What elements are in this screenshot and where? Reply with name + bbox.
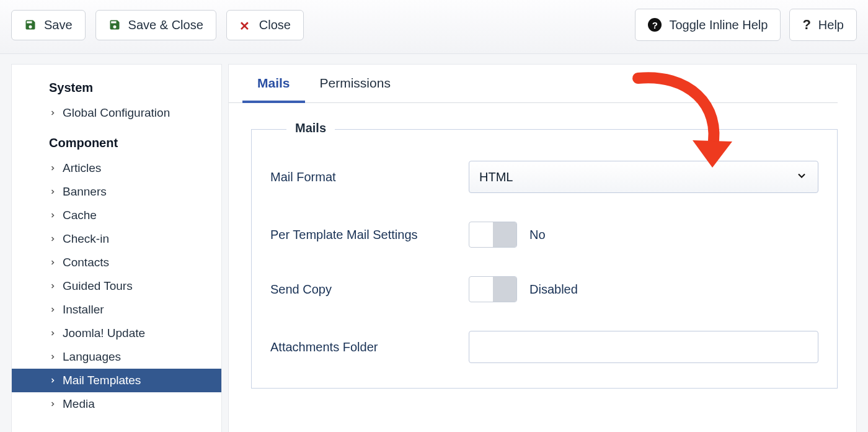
sidebar-item-cache[interactable]: Cache [12, 204, 221, 227]
main-panel: MailsPermissions Mails Mail Format HTML … [228, 64, 857, 432]
sidebar-item-guided-tours[interactable]: Guided Tours [12, 274, 221, 298]
attachments-label: Attachments Folder [270, 340, 469, 354]
chevron-right-icon [49, 397, 58, 411]
send-copy-label: Send Copy [270, 282, 469, 297]
per-template-label: Per Template Mail Settings [270, 228, 469, 242]
tab-permissions[interactable]: Permissions [305, 65, 405, 102]
chevron-right-icon [49, 256, 58, 269]
sidebar: System Global Configuration Component Ar… [11, 64, 222, 432]
send-copy-value: Disabled [529, 282, 578, 297]
sidebar-group-component: Component [49, 136, 221, 150]
chevron-right-icon [49, 350, 58, 364]
mail-format-select[interactable]: HTML [469, 161, 818, 193]
sidebar-item-label: Cache [63, 209, 97, 222]
sidebar-item-mail-templates[interactable]: Mail Templates [12, 369, 221, 392]
mail-format-label: Mail Format [270, 170, 469, 184]
chevron-right-icon [49, 106, 58, 120]
fieldset-legend: Mails [286, 121, 335, 135]
sidebar-item-languages[interactable]: Languages [12, 345, 221, 369]
chevron-right-icon [49, 279, 58, 293]
sidebar-item-label: Joomla! Update [63, 326, 145, 340]
sidebar-item-global-configuration[interactable]: Global Configuration [12, 101, 221, 125]
save-icon [24, 19, 37, 31]
sidebar-item-check-in[interactable]: Check-in [12, 227, 221, 251]
per-template-value: No [529, 228, 546, 242]
chevron-right-icon [49, 232, 58, 246]
sidebar-item-label: Articles [63, 161, 101, 175]
save-close-button[interactable]: Save & Close [95, 10, 216, 40]
sidebar-item-label: Check-in [63, 232, 109, 246]
sidebar-item-label: Guided Tours [63, 279, 133, 293]
attachments-input[interactable] [469, 331, 818, 363]
sidebar-item-label: Banners [63, 185, 107, 199]
chevron-down-icon [795, 169, 808, 185]
chevron-right-icon [49, 209, 58, 222]
save-label: Save [44, 18, 73, 32]
sidebar-item-articles[interactable]: Articles [12, 156, 221, 180]
save-button[interactable]: Save [11, 10, 86, 40]
chevron-right-icon [49, 326, 58, 340]
sidebar-item-joomla-update[interactable]: Joomla! Update [12, 322, 221, 345]
mail-format-value: HTML [479, 170, 513, 184]
sidebar-item-media[interactable]: Media [12, 392, 221, 416]
tab-mails[interactable]: Mails [242, 65, 305, 103]
help-circle-icon: ? [648, 18, 662, 32]
toggle-inline-help-button[interactable]: ? Toggle Inline Help [635, 9, 781, 41]
sidebar-item-label: Installer [63, 303, 104, 317]
close-label: Close [259, 18, 291, 32]
sidebar-item-label: Mail Templates [63, 374, 141, 387]
sidebar-item-label: Media [63, 397, 95, 411]
per-template-toggle[interactable] [469, 222, 517, 248]
sidebar-item-label: Languages [63, 350, 121, 364]
sidebar-item-banners[interactable]: Banners [12, 180, 221, 204]
tabset: MailsPermissions [229, 65, 838, 103]
chevron-right-icon [49, 374, 58, 387]
fieldset-mails: Mails Mail Format HTML Per Template Mail… [251, 129, 838, 389]
help-button[interactable]: ? Help [789, 9, 857, 41]
close-icon: ✕ [239, 19, 252, 31]
help-label: Help [818, 18, 844, 32]
chevron-right-icon [49, 303, 58, 317]
sidebar-group-system: System [49, 81, 221, 95]
question-icon: ? [802, 17, 810, 33]
sidebar-item-label: Contacts [63, 256, 109, 269]
sidebar-item-label: Global Configuration [63, 106, 170, 120]
close-button[interactable]: ✕ Close [226, 10, 304, 40]
chevron-right-icon [49, 185, 58, 199]
save-icon [108, 19, 121, 31]
send-copy-toggle[interactable] [469, 276, 517, 302]
sidebar-item-contacts[interactable]: Contacts [12, 251, 221, 274]
sidebar-item-installer[interactable]: Installer [12, 298, 221, 322]
chevron-right-icon [49, 161, 58, 175]
save-close-label: Save & Close [128, 18, 203, 32]
toolbar: Save Save & Close ✕ Close ? Toggle Inlin… [0, 0, 868, 54]
toggle-inline-help-label: Toggle Inline Help [669, 18, 768, 32]
